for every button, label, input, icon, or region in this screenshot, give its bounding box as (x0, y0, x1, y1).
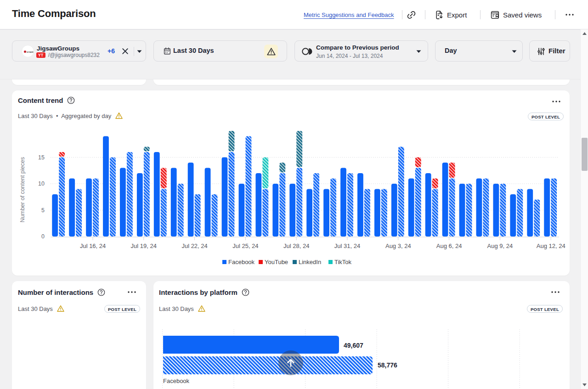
svg-text:Aug 6, 24: Aug 6, 24 (436, 242, 462, 249)
svg-text:0: 0 (41, 233, 45, 240)
svg-text:Aug 9, 24: Aug 9, 24 (487, 242, 513, 249)
svg-text:Aug 12, 24: Aug 12, 24 (537, 242, 565, 249)
svg-text:49,607: 49,607 (344, 342, 363, 349)
svg-text:Jul 25, 24: Jul 25, 24 (232, 242, 258, 249)
svg-text:15: 15 (38, 154, 45, 161)
svg-text:5: 5 (41, 207, 45, 214)
svg-text:Facebook: Facebook (228, 259, 255, 265)
svg-text:10: 10 (38, 180, 45, 187)
svg-text:Jul 22, 24: Jul 22, 24 (181, 242, 207, 249)
svg-text:YouTube: YouTube (265, 259, 288, 265)
svg-text:Facebook: Facebook (163, 378, 190, 384)
svg-text:Jul 16, 24: Jul 16, 24 (80, 242, 106, 249)
svg-text:Jul 28, 24: Jul 28, 24 (283, 242, 309, 249)
svg-text:LinkedIn: LinkedIn (299, 259, 321, 265)
svg-text:Number of content pieces: Number of content pieces (19, 157, 26, 222)
svg-text:Jul 31, 24: Jul 31, 24 (334, 242, 360, 249)
svg-text:TikTok: TikTok (334, 259, 352, 265)
svg-text:Jul 19, 24: Jul 19, 24 (131, 242, 157, 249)
svg-text:58,776: 58,776 (378, 361, 397, 369)
svg-text:Aug 3, 24: Aug 3, 24 (385, 242, 411, 249)
